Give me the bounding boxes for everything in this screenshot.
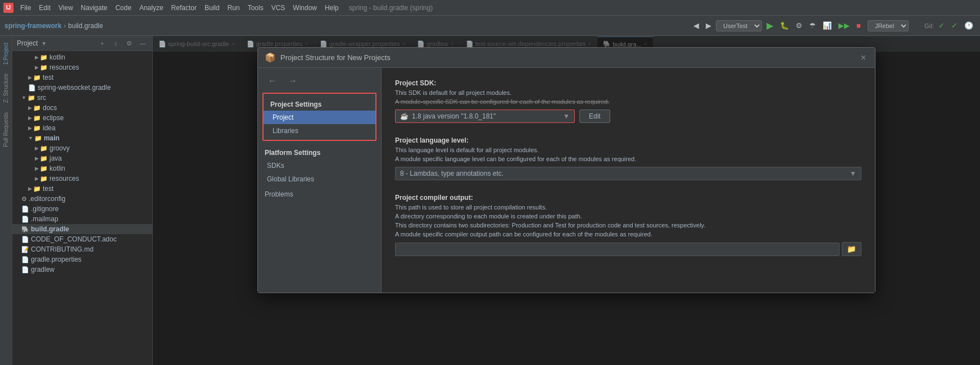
- tree-item-spring-websocket[interactable]: 📄 spring-websocket.gradle: [12, 83, 152, 93]
- coverage-button[interactable]: ☂: [807, 20, 818, 31]
- tree-item-kotlin2[interactable]: ▶ 📁 kotlin: [12, 163, 152, 174]
- browse-folder-button[interactable]: 📁: [842, 242, 861, 256]
- breadcrumb-file[interactable]: build.gradle: [68, 22, 103, 30]
- output-path-input[interactable]: [395, 243, 840, 256]
- tree-item-java[interactable]: ▶ 📁 java: [12, 153, 152, 163]
- sdk-value: 1.8 java version "1.8.0_181": [412, 112, 496, 120]
- menu-window[interactable]: Window: [289, 3, 320, 13]
- sdk-row: ☕ 1.8 java version "1.8.0_181" ▼ Edit: [395, 110, 861, 123]
- nav-item-project[interactable]: Project: [264, 111, 375, 124]
- chevron-icon: ▼: [21, 95, 26, 101]
- tab-project[interactable]: 1:Project: [1, 38, 11, 69]
- git-file-icon: 📄: [21, 206, 29, 213]
- adoc-icon: 📄: [21, 236, 29, 243]
- chevron-icon: ▶: [28, 105, 32, 111]
- menu-code[interactable]: Code: [112, 3, 135, 13]
- sidebar-collapse-btn[interactable]: ↕: [111, 38, 121, 48]
- compiler-section: Project compiler output: This path is us…: [395, 194, 861, 256]
- tree-item-groovy[interactable]: ▶ 📁 groovy: [12, 143, 152, 153]
- breadcrumb: spring-framework › build.gradle: [4, 22, 103, 30]
- menu-analyze[interactable]: Analyze: [136, 3, 167, 13]
- dialog-back-btn[interactable]: ←: [265, 75, 280, 87]
- dialog-forward-btn[interactable]: →: [285, 75, 301, 87]
- toolbar: spring-framework › build.gradle ◀ ▶ User…: [0, 16, 980, 36]
- tree-item-main[interactable]: ▼ 📁 main: [12, 133, 152, 143]
- tab-pull-requests[interactable]: Pull Requests: [1, 108, 11, 152]
- breadcrumb-project[interactable]: spring-framework: [4, 22, 61, 30]
- tree-item-gitignore[interactable]: 📄 .gitignore: [12, 204, 152, 214]
- tree-item-src[interactable]: ▼ 📁 src: [12, 93, 152, 103]
- run-config-dropdown[interactable]: UserTest: [716, 20, 762, 31]
- tree-item-kotlin1[interactable]: ▶ 📁 kotlin: [12, 52, 152, 62]
- run2-button[interactable]: ▶▶: [836, 20, 852, 31]
- git-checkmark2[interactable]: ✓: [949, 20, 960, 31]
- dialog-overlay: 📦 Project Structure for New Projects × ←…: [153, 36, 980, 365]
- tree-item-eclipse[interactable]: ▶ 📁 eclipse: [12, 113, 152, 123]
- sdk-title: Project SDK:: [395, 79, 861, 87]
- stop-button[interactable]: ■: [854, 20, 863, 31]
- language-desc1: This language level is default for all p…: [395, 147, 861, 153]
- menu-tools[interactable]: Tools: [244, 3, 267, 13]
- menu-vcs[interactable]: VCS: [268, 3, 289, 13]
- chevron-icon: ▶: [35, 54, 39, 60]
- debug-button[interactable]: 🐛: [778, 20, 791, 31]
- back-nav-btn[interactable]: ◀: [691, 20, 701, 31]
- tree-item-contributing[interactable]: 📝 CONTRIBUTING.md: [12, 244, 152, 254]
- folder-icon: 📁: [34, 135, 42, 142]
- sidebar: Project ▼ + ↕ ⚙ — ▶ 📁 kotlin ▶ 📁 resourc…: [12, 36, 153, 365]
- menu-build[interactable]: Build: [201, 3, 223, 13]
- menu-run[interactable]: Run: [224, 3, 243, 13]
- tree-item-resources2[interactable]: ▶ 📁 resources: [12, 174, 152, 184]
- folder-icon: 📁: [28, 94, 35, 102]
- run-button[interactable]: ▶: [764, 19, 775, 32]
- sdk-edit-button[interactable]: Edit: [579, 110, 610, 123]
- forward-nav-btn[interactable]: ▶: [704, 20, 714, 31]
- nav-item-sdks[interactable]: SDKs: [258, 159, 381, 172]
- jrebel-dropdown[interactable]: JRebel: [868, 20, 909, 31]
- output-path-row: 📁: [395, 242, 861, 256]
- build-button[interactable]: ⚙: [793, 20, 805, 31]
- nav-problems-link[interactable]: Problems: [258, 186, 381, 203]
- folder-icon: 📁: [33, 125, 41, 132]
- tree-item-conduct[interactable]: 📄 CODE_OF_CONDUCT.adoc: [12, 234, 152, 244]
- dialog-body: ← → Project Settings Project Libraries P…: [258, 68, 875, 293]
- menu-file[interactable]: File: [17, 3, 34, 13]
- nav-item-global-libraries[interactable]: Global Libraries: [258, 172, 381, 186]
- git-clock[interactable]: 🕐: [962, 20, 976, 31]
- tree-item-resources1[interactable]: ▶ 📁 resources: [12, 62, 152, 72]
- tree-item-test2[interactable]: ▶ 📁 test: [12, 184, 152, 194]
- tree-item-editorconfig[interactable]: ⚙ .editorconfig: [12, 194, 152, 204]
- folder-icon: 📁: [40, 54, 48, 61]
- menu-edit[interactable]: Edit: [35, 3, 54, 13]
- sdk-desc1: This SDK is default for all project modu…: [395, 89, 861, 96]
- sdk-dropdown[interactable]: ☕ 1.8 java version "1.8.0_181" ▼: [395, 110, 575, 123]
- tree-item-build-gradle[interactable]: 🐘 build.gradle: [12, 224, 152, 234]
- sidebar-add-btn[interactable]: +: [97, 38, 107, 48]
- tab-structure[interactable]: Z: Structure: [1, 69, 11, 107]
- tree-item-test1[interactable]: ▶ 📁 test: [12, 72, 152, 83]
- menu-navigate[interactable]: Navigate: [78, 3, 111, 13]
- language-section: Project language level: This language le…: [395, 136, 861, 180]
- sidebar-settings-btn[interactable]: ⚙: [124, 38, 134, 48]
- menu-bar: IJ File Edit View Navigate Code Analyze …: [0, 0, 980, 16]
- dialog-content: Project SDK: This SDK is default for all…: [382, 68, 875, 293]
- tree-item-gradle-props[interactable]: 📄 gradle.properties: [12, 254, 152, 264]
- tree-item-idea[interactable]: ▶ 📁 idea: [12, 123, 152, 133]
- menu-help[interactable]: Help: [321, 3, 342, 13]
- menu-refactor[interactable]: Refactor: [168, 3, 200, 13]
- tree-item-docs[interactable]: ▶ 📁 docs: [12, 103, 152, 113]
- menu-view[interactable]: View: [55, 3, 76, 13]
- dialog-close-button[interactable]: ×: [859, 53, 868, 63]
- settings-file-icon: ⚙: [21, 195, 27, 203]
- nav-item-libraries[interactable]: Libraries: [264, 124, 375, 138]
- sidebar-minimize-btn[interactable]: —: [138, 38, 148, 48]
- tree-item-mailmap[interactable]: 📄 .mailmap: [12, 214, 152, 224]
- profiler-button[interactable]: 📊: [820, 20, 834, 31]
- language-dropdown[interactable]: 8 - Lambdas, type annotations etc. ▼: [395, 167, 861, 180]
- folder-icon: 📁: [40, 64, 48, 71]
- chevron-icon: ▶: [28, 125, 32, 131]
- tree-item-gradlew[interactable]: 📄 gradlew: [12, 264, 152, 275]
- folder-icon: 📁: [40, 175, 48, 182]
- git-checkmark1[interactable]: ✓: [936, 20, 947, 31]
- project-structure-dialog: 📦 Project Structure for New Projects × ←…: [257, 47, 875, 293]
